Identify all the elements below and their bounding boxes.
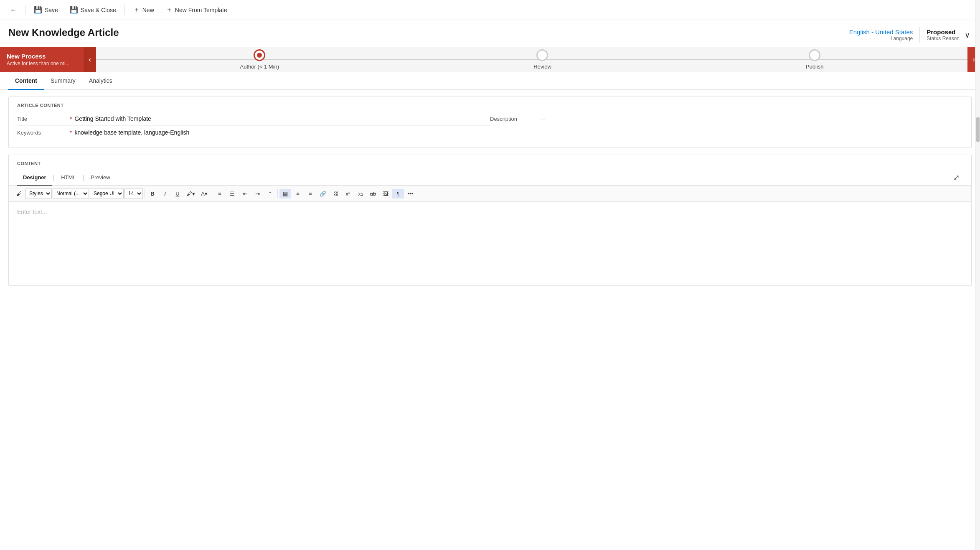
align-justify-button[interactable]: ▤ xyxy=(279,189,291,199)
field-label-keywords: Keywords xyxy=(17,130,67,136)
unlink-button[interactable]: ⛓ xyxy=(330,189,341,199)
field-value-description[interactable]: --- xyxy=(540,115,546,122)
field-value-keywords[interactable]: knowledge base template, language-Englis… xyxy=(74,129,189,136)
back-icon: ← xyxy=(10,6,17,14)
align-right-button[interactable]: ≡ xyxy=(305,189,316,199)
top-toolbar: ← 💾 Save 💾 Save & Close ＋ New ＋ New From… xyxy=(0,0,980,20)
article-content-section-title: ARTICLE CONTENT xyxy=(9,97,971,112)
process-bar: New Process Active for less than one mi.… xyxy=(0,47,980,72)
field-row-keywords: Keywords * knowledge base template, lang… xyxy=(17,126,490,139)
new-template-label: New From Template xyxy=(175,7,227,13)
new-template-icon: ＋ xyxy=(166,5,173,14)
scrollbar-thumb[interactable] xyxy=(976,117,980,142)
editor-body[interactable]: Enter text... xyxy=(9,202,971,285)
bold-button[interactable]: B xyxy=(147,189,158,199)
special-button[interactable]: ¶ xyxy=(392,189,404,199)
language-block: English - United States Language xyxy=(849,27,920,43)
toolbar-divider-2 xyxy=(124,5,125,15)
process-label-title: New Process xyxy=(7,53,77,60)
step-circle-review xyxy=(536,49,548,61)
indent-button[interactable]: ⇥ xyxy=(251,189,263,199)
field-required-title: * xyxy=(70,115,72,122)
status-value: Proposed xyxy=(927,28,960,36)
content-editor-card: CONTENT Designer | HTML | Preview ⤢ 🖌 St… xyxy=(8,155,972,286)
blockquote-button[interactable]: " xyxy=(264,189,276,199)
font-color-button[interactable]: A▾ xyxy=(198,189,210,199)
field-label-description: Description xyxy=(490,116,540,122)
process-label-block: New Process Active for less than one mi.… xyxy=(0,47,84,72)
process-step-review[interactable]: Review xyxy=(533,49,551,70)
toolbar-brush-button[interactable]: 🖌 xyxy=(13,189,25,199)
bullet-list-button[interactable]: ☰ xyxy=(226,189,238,199)
image-button[interactable]: 🖼 xyxy=(380,189,391,199)
save-close-button[interactable]: 💾 Save & Close xyxy=(65,3,121,16)
format-select[interactable]: Normal (... Normal xyxy=(53,188,89,199)
expand-button[interactable]: ⤢ xyxy=(950,171,963,184)
field-required-keywords: * xyxy=(70,129,72,136)
toolbar-divider-1 xyxy=(25,5,25,15)
subscript-button[interactable]: x₂ xyxy=(355,189,366,199)
styles-select[interactable]: Styles xyxy=(25,188,52,199)
size-select[interactable]: 14 810121618 xyxy=(124,188,143,199)
strikethrough-button[interactable]: ab xyxy=(367,189,379,199)
align-center-button[interactable]: ≡ xyxy=(292,189,304,199)
article-content-card: ARTICLE CONTENT Title * Getting Started … xyxy=(8,97,972,148)
scrollbar-track[interactable] xyxy=(975,0,980,541)
save-button[interactable]: 💾 Save xyxy=(29,3,63,16)
step-circle-author xyxy=(254,49,265,61)
process-step-author[interactable]: Author (< 1 Min) xyxy=(240,49,279,70)
field-row-title: Title * Getting Started with Template xyxy=(17,112,490,126)
tb-sep-1 xyxy=(145,189,145,198)
field-label-title: Title xyxy=(17,116,67,122)
process-line xyxy=(96,59,967,60)
editor-tab-sep-1: | xyxy=(52,174,56,181)
editor-tabs-row: Designer | HTML | Preview ⤢ xyxy=(9,170,971,186)
article-fields: Title * Getting Started with Template Ke… xyxy=(9,112,971,148)
tab-summary[interactable]: Summary xyxy=(44,72,82,90)
new-template-button[interactable]: ＋ New From Template xyxy=(161,3,232,17)
save-close-icon: 💾 xyxy=(70,6,78,14)
status-chevron-button[interactable]: ∨ xyxy=(963,29,972,41)
editor-tab-designer[interactable]: Designer xyxy=(17,170,52,186)
status-info: Proposed Status Reason xyxy=(927,28,960,41)
font-select[interactable]: Segoe UI xyxy=(90,188,124,199)
back-button[interactable]: ← xyxy=(5,4,22,16)
more-button[interactable]: ••• xyxy=(405,189,416,199)
step-label-publish: Publish xyxy=(806,64,824,70)
editor-tab-sep-2: | xyxy=(82,174,85,181)
new-label: New xyxy=(142,7,154,13)
process-nav-left-button[interactable]: ‹ xyxy=(84,47,96,72)
tabs-row: Content Summary Analytics xyxy=(0,72,980,90)
process-step-publish[interactable]: Publish xyxy=(806,49,824,70)
tab-analytics[interactable]: Analytics xyxy=(82,72,119,90)
highlight-button[interactable]: 🖍▾ xyxy=(184,189,198,199)
step-label-author: Author (< 1 Min) xyxy=(240,64,279,70)
link-button[interactable]: 🔗 xyxy=(317,189,329,199)
page-title: New Knowledge Article xyxy=(8,27,119,38)
language-value[interactable]: English - United States xyxy=(849,28,913,36)
editor-tab-html[interactable]: HTML xyxy=(55,170,81,186)
tab-content[interactable]: Content xyxy=(8,72,44,90)
tb-sep-3 xyxy=(277,189,278,198)
status-block: Proposed Status Reason ∨ xyxy=(920,27,972,43)
italic-button[interactable]: I xyxy=(159,189,171,199)
superscript-button[interactable]: x² xyxy=(342,189,354,199)
process-steps: Author (< 1 Min) Review Publish xyxy=(96,47,967,72)
underline-button[interactable]: U xyxy=(172,189,183,199)
editor-toolbar: 🖌 Styles Normal (... Normal Segoe UI 14 … xyxy=(9,186,971,202)
field-value-title[interactable]: Getting Started with Template xyxy=(74,115,151,122)
content-section-title: CONTENT xyxy=(9,155,971,170)
step-label-review: Review xyxy=(533,64,551,70)
new-button[interactable]: ＋ New xyxy=(128,3,159,17)
outdent-button[interactable]: ⇤ xyxy=(239,189,251,199)
language-label: Language xyxy=(891,36,913,41)
save-label: Save xyxy=(45,7,58,13)
editor-tab-preview[interactable]: Preview xyxy=(85,170,116,186)
article-fields-right: Description --- xyxy=(490,112,963,139)
editor-placeholder: Enter text... xyxy=(17,209,47,215)
save-icon: 💾 xyxy=(34,6,42,14)
new-icon: ＋ xyxy=(133,5,140,14)
align-left-button[interactable]: ≡ xyxy=(214,189,226,199)
main-content: ARTICLE CONTENT Title * Getting Started … xyxy=(0,90,980,541)
tb-sep-2 xyxy=(212,189,212,198)
